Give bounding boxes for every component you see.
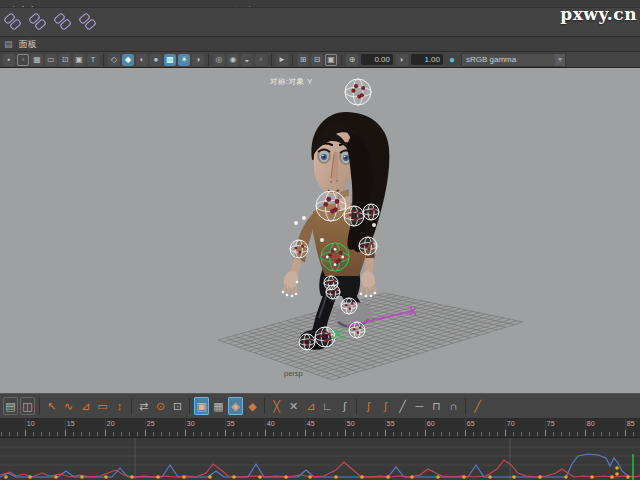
unify-tangents-icon[interactable]: ✕: [286, 397, 301, 415]
frame-tick: [601, 432, 602, 436]
time-snap-icon[interactable]: ◈: [228, 397, 243, 415]
wireframe-on-shaded-icon[interactable]: ▩: [164, 54, 176, 66]
xray-joints-icon[interactable]: ◉: [227, 54, 239, 66]
frame-number: 40: [267, 420, 275, 427]
lattice-deform-key-icon[interactable]: ⊿: [78, 397, 93, 415]
pelvis-control-icon[interactable]: [321, 243, 349, 271]
rig-control-icon[interactable]: [363, 204, 379, 220]
insert-key-icon[interactable]: ∿: [61, 397, 76, 415]
animation-curves-canvas[interactable]: [0, 438, 640, 480]
rig-control-icon[interactable]: [294, 221, 298, 225]
rig-control-icon[interactable]: [349, 322, 365, 338]
field-chart-icon[interactable]: T: [87, 54, 99, 66]
curve-area[interactable]: [0, 438, 640, 480]
spline-tangent-icon[interactable]: ʃ: [361, 397, 376, 415]
frame-number: 25: [147, 420, 155, 427]
lock-tangent-weight-icon[interactable]: ∟: [320, 397, 335, 415]
frame-number: 45: [307, 420, 315, 427]
panels-menu-item[interactable]: 面板: [19, 38, 37, 51]
shaded-mode-icon[interactable]: ◆: [122, 54, 134, 66]
perspective-viewport[interactable]: 对称:对象 Y persp: [0, 68, 640, 393]
rig-control-icon[interactable]: [316, 191, 346, 221]
half-shade-mode-icon[interactable]: ◐: [136, 54, 148, 66]
frame-number: 35: [227, 420, 235, 427]
rig-control-icon[interactable]: [326, 285, 340, 299]
rig-control-icon[interactable]: [302, 216, 306, 220]
retime-tool-icon[interactable]: ↕: [112, 397, 127, 415]
panels-menu-icon[interactable]: ▤: [4, 39, 13, 49]
view-transform-dropdown[interactable]: sRGB gamma▾: [461, 53, 566, 67]
grid-toggle-icon[interactable]: ▦: [31, 54, 43, 66]
separator: [189, 398, 190, 414]
dropdown-arrow-icon[interactable]: ▾: [555, 54, 565, 66]
aim-constraint-icon[interactable]: [53, 10, 73, 34]
separator: [131, 398, 132, 414]
shadows-toggle-icon[interactable]: ◑: [192, 54, 204, 66]
lighting-toggle-icon[interactable]: ☀: [178, 54, 190, 66]
gate-mask-icon[interactable]: ▣: [73, 54, 85, 66]
point-constraint-icon[interactable]: [28, 10, 48, 34]
plateau-tangent-icon[interactable]: ∩: [446, 397, 461, 415]
flat-tangent-icon[interactable]: ─: [412, 397, 427, 415]
camera-select-icon[interactable]: ▫: [17, 54, 29, 66]
separator: [465, 398, 466, 414]
separator: [264, 398, 265, 414]
frame-all-icon[interactable]: ⇄: [136, 397, 151, 415]
linear-tangent-icon[interactable]: ╱: [395, 397, 410, 415]
gamma-value-field[interactable]: 1.00: [411, 54, 443, 65]
frame-playback-range-icon[interactable]: ⊙: [153, 397, 168, 415]
rig-control-icon[interactable]: [315, 327, 335, 347]
exposure-value-field[interactable]: 0.00: [361, 54, 393, 65]
motion-blur-toggle-icon[interactable]: ▫: [255, 54, 267, 66]
time-ruler[interactable]: 10152025303540455055606570758085: [0, 419, 640, 438]
auto-tangent-icon[interactable]: ∫: [337, 397, 352, 415]
rig-control-icon[interactable]: [290, 240, 308, 258]
parent-constraint-icon[interactable]: [3, 10, 23, 34]
rig-control-icon[interactable]: [341, 298, 357, 314]
frame-tick: [9, 432, 10, 436]
frame-number: 75: [547, 420, 555, 427]
occlusion-toggle-icon[interactable]: ◒: [241, 54, 253, 66]
region-key-tool-icon[interactable]: ▭: [95, 397, 110, 415]
absolute-view-icon[interactable]: ◫: [20, 397, 35, 415]
center-current-time-icon[interactable]: ⊡: [170, 397, 185, 415]
rig-control-icon[interactable]: [345, 79, 371, 105]
downsample-keys-icon[interactable]: ╱: [470, 397, 485, 415]
value-snap-icon[interactable]: ◆: [245, 397, 260, 415]
camera-lock-icon[interactable]: ▪: [3, 54, 15, 66]
separator: [271, 54, 272, 66]
rig-control-icon[interactable]: [320, 238, 324, 242]
resolution-gate-icon[interactable]: ⊡: [59, 54, 71, 66]
rig-control-icon[interactable]: [344, 206, 364, 226]
layer-paste-icon[interactable]: ⊟: [311, 54, 323, 66]
scene-canvas[interactable]: [0, 68, 640, 393]
rig-control-icon[interactable]: [372, 223, 376, 227]
frame-tick: [241, 432, 242, 436]
film-gate-icon[interactable]: ▭: [45, 54, 57, 66]
frame-tick: [17, 432, 18, 436]
step-tangent-icon[interactable]: ⊓: [429, 397, 444, 415]
buffer-curve-snapshot-icon[interactable]: ▦: [211, 397, 226, 415]
free-tangent-weight-icon[interactable]: ⊿: [303, 397, 318, 415]
clamped-tangent-icon[interactable]: ∫: [378, 397, 393, 415]
isolate-select-icon[interactable]: ▣: [325, 54, 337, 66]
layer-copy-icon[interactable]: ⊞: [297, 54, 309, 66]
snap-camera-icon[interactable]: ▣: [194, 397, 209, 415]
xray-mode-icon[interactable]: ◎: [213, 54, 225, 66]
exposure-icon[interactable]: ⊕: [346, 54, 358, 66]
frame-tick: [105, 430, 106, 436]
textured-mode-icon[interactable]: ●: [150, 54, 162, 66]
select-highlight-icon[interactable]: ►: [276, 54, 288, 66]
break-tangents-icon[interactable]: ╳: [269, 397, 284, 415]
stacked-view-icon[interactable]: ▤: [3, 397, 18, 415]
pole-vector-constraint-icon[interactable]: [78, 10, 98, 34]
rig-control-icon[interactable]: [359, 237, 377, 255]
panel-menu-bar: ▤ 面板: [0, 37, 640, 52]
frame-tick: [529, 432, 530, 436]
color-management-icon[interactable]: ●: [446, 54, 458, 66]
move-nearest-key-icon[interactable]: ↖: [44, 397, 59, 415]
gamma-icon[interactable]: ◗: [396, 54, 408, 66]
rig-control-icon[interactable]: [299, 334, 315, 350]
frame-tick: [433, 432, 434, 436]
wireframe-mode-icon[interactable]: ◇: [108, 54, 120, 66]
